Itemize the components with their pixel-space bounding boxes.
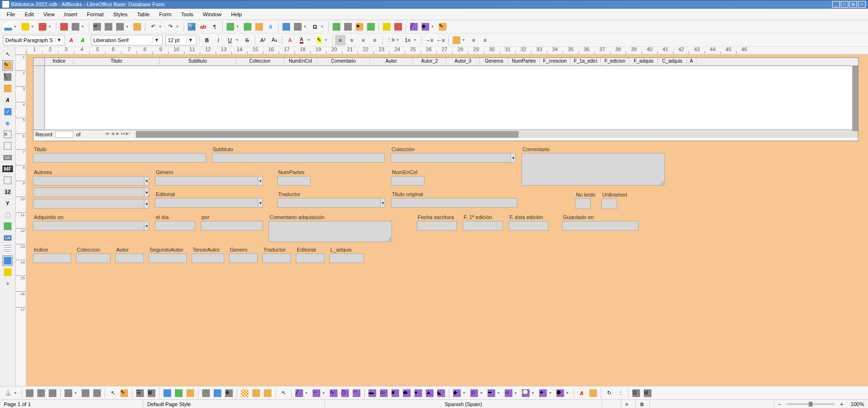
draw-functions-icon[interactable]: ✎ [437,22,448,32]
print-dropdown[interactable]: ▾ [82,24,86,29]
grid-column-comentario[interactable]: Comentario [317,58,370,66]
font-name-arrow[interactable]: ▾ [152,37,160,43]
adquirido-en-dropdown-icon[interactable]: ▾ [144,221,149,231]
symbol-shapes-icon[interactable]: ☺ [469,388,479,398]
open-readonly-icon[interactable] [201,388,211,398]
zoom-in-icon[interactable]: + [838,401,845,407]
rounded-rect-icon[interactable]: ▭ [379,388,389,398]
minimize-button[interactable]: _ [832,1,840,8]
grid-column-a[interactable]: A [687,58,696,66]
align-justify-icon[interactable]: ≡ [369,35,380,45]
form-props-icon[interactable]: ⊞ [146,388,157,398]
italic-icon[interactable]: I [213,35,224,45]
line-spacing-icon[interactable]: ≡ [468,35,479,45]
table-control-icon[interactable] [2,244,13,254]
clear-format-icon[interactable]: A [285,35,295,45]
insert-field-dropdown[interactable]: ▾ [304,24,308,29]
insert-table-icon[interactable] [225,22,236,32]
freeform-icon[interactable]: ∿ [328,388,339,398]
indice-input[interactable] [33,254,71,263]
menu-styles[interactable]: Styles [109,10,131,19]
paragraph-style-arrow[interactable]: ▾ [55,37,63,43]
grid-column-f_1a_edici[interactable]: F_1a_edici [571,58,601,66]
undo-dropdown[interactable]: ▾ [159,24,163,29]
page-break-icon[interactable] [281,22,292,32]
status-style[interactable]: Default Page Style [143,400,325,408]
autores-dropdown-2-icon[interactable]: ▾ [144,187,149,197]
underline-icon[interactable]: U [225,35,235,45]
design-mode-icon[interactable]: ✎ [2,60,13,71]
restore-button[interactable]: ⧉ [849,1,857,8]
grid-horizontal-scrollbar[interactable] [136,131,858,138]
basic-shapes2-dropdown[interactable]: ▾ [463,391,467,395]
undo-icon[interactable]: ↶ [148,22,158,32]
outline-dropdown[interactable]: ▾ [463,38,467,42]
grid-vertical-scrollbar[interactable] [852,66,858,132]
menu-form[interactable]: Form [155,10,175,19]
insert-table-dropdown[interactable]: ▾ [237,24,240,29]
outline-icon[interactable] [451,35,462,45]
editorial2-input[interactable] [296,254,325,263]
track-changes-icon[interactable] [393,22,403,32]
strikethrough-icon[interactable]: S [242,35,252,45]
image-button-icon[interactable]: MF [2,164,13,174]
status-zoom[interactable]: 100% [847,400,868,408]
traductor-combo[interactable] [277,198,380,208]
guides-icon[interactable] [262,388,273,398]
menu-insert[interactable]: Insert [60,10,81,19]
bookmark-icon[interactable]: ★ [354,22,365,32]
last-record-icon[interactable]: ⏭ [120,131,126,138]
subscript-icon[interactable]: A₂ [269,35,280,45]
autores-combo-3[interactable] [33,199,144,209]
paragraph-style-combo[interactable]: Default Paragraph S ▾ [3,35,65,45]
special-char-icon[interactable]: Ω [310,22,320,32]
insert-image-icon[interactable] [242,22,253,32]
grid-column-f_adquis[interactable]: F_adquis [629,58,658,66]
status-language[interactable]: Spanish (Spain) [325,400,602,408]
menu-format[interactable]: Format [83,10,108,19]
basic-shapes-icon[interactable]: ◆ [420,22,431,32]
coleccion2-input[interactable] [76,254,110,263]
font-size-combo[interactable]: 12 pt ▾ [165,35,196,45]
basic-shapes-dropdown[interactable]: ▾ [432,24,435,29]
font-size-arrow[interactable]: ▾ [186,37,194,43]
clone-format-icon[interactable] [132,22,142,32]
data-grid[interactable]: IndiceTituloSubtituloColeccionNumEnColCo… [33,57,858,141]
checkbox-control-icon[interactable]: ✓ [2,106,13,117]
form-nav-icon[interactable] [162,388,173,398]
por-input[interactable] [201,221,263,231]
group-box-icon[interactable] [2,221,13,232]
grid-row-selector[interactable] [33,66,45,130]
no-leido-checkbox[interactable] [575,198,591,209]
grid-corner[interactable] [33,58,45,66]
nav-bar2-icon[interactable] [2,255,13,266]
comment-icon[interactable] [381,22,392,32]
insert-textbox-icon[interactable]: A [265,22,276,32]
coleccion-combo[interactable] [391,153,511,163]
font-color-dropdown[interactable]: ▾ [308,38,312,42]
insert-image2-icon[interactable] [588,388,598,398]
spellcheck-icon[interactable]: ab [198,22,208,32]
line-icon[interactable]: ╱ [409,22,419,32]
grid-column-generos[interactable]: Generos [480,58,509,66]
zoom-out-icon[interactable]: − [776,401,783,407]
formatted-field-icon[interactable] [2,175,13,186]
menu-file[interactable]: File [3,10,19,19]
grid-body[interactable] [33,66,858,130]
more-controls-icon[interactable]: Y [2,198,13,209]
font-name-combo[interactable]: Liberation Serif ▾ [91,35,163,45]
listbox-icon[interactable]: ≡ [2,129,13,140]
first-record-icon[interactable]: ⏮ [105,131,110,138]
menu-help[interactable]: Help [227,10,246,19]
new-doc-icon[interactable] [3,22,13,32]
flowchart-icon[interactable]: ▱ [503,388,514,398]
para-spacing-icon[interactable]: ≡ [480,35,490,45]
tab-order-icon[interactable] [185,388,195,398]
prev-record-icon[interactable]: ◀ [110,131,115,138]
grid-visible-icon[interactable] [239,388,250,398]
formatting-marks-icon[interactable]: ¶ [209,22,220,32]
3d-dropdown[interactable]: ▾ [566,391,570,395]
find-icon[interactable]: 🔍 [186,22,197,32]
symbol-shapes-dropdown[interactable]: ▾ [480,391,484,395]
fontwork-icon[interactable]: A [576,388,587,398]
